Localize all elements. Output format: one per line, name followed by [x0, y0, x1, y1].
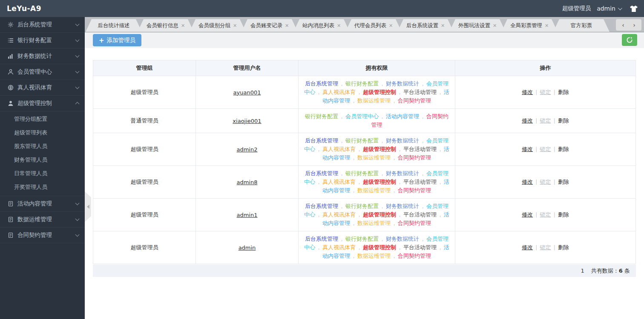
edit-link[interactable]: 修改 [522, 244, 533, 251]
username-link[interactable]: xiaojie001 [233, 118, 261, 124]
lock-link[interactable]: 锁定 [540, 89, 551, 95]
permission-label: 平台活动管理 [403, 146, 437, 152]
lock-link[interactable]: 锁定 [540, 211, 551, 218]
close-icon[interactable]: ✕ [441, 23, 445, 28]
permission-label: 会员管理中心 [345, 113, 379, 120]
tab-5[interactable]: 代理会员列表✕ [345, 19, 402, 32]
lock-link[interactable]: 锁定 [540, 244, 551, 251]
chevron-down-icon [75, 85, 80, 89]
table-row: 超级管理员admin8后台系统管理，银行财务配置，财务数据统计，会员管理中心，真… [93, 166, 636, 199]
permission-label: 财务数据统计 [386, 236, 419, 242]
comma-separator: ， [391, 253, 397, 259]
tab-4[interactable]: 站内消息列表✕ [293, 19, 350, 32]
edit-link[interactable]: 修改 [522, 89, 533, 95]
sidebar-item-label: 财务数据统计 [17, 52, 76, 60]
close-icon[interactable]: ✕ [285, 23, 289, 28]
sidebar-item-1[interactable]: 银行财务配置 [0, 33, 85, 48]
sidebar-item-3[interactable]: 会员管理中心 [0, 64, 85, 80]
username-link[interactable]: admin [239, 245, 256, 251]
sidebar-subitem-3[interactable]: 财务管理人员 [0, 153, 85, 167]
comma-separator: ， [351, 220, 356, 226]
edit-link[interactable]: 修改 [522, 179, 533, 185]
sidebar-subitem-5[interactable]: 开奖管理人员 [0, 180, 85, 194]
sidebar-item-5[interactable]: 超级管理控制 [0, 96, 85, 111]
theme-skin-button[interactable] [630, 5, 638, 12]
permission-label: 平台活动管理 [403, 179, 437, 185]
username-link[interactable]: ayuan001 [233, 89, 261, 96]
permission-label: 合同契约管理 [398, 97, 431, 104]
close-icon[interactable]: ✕ [181, 23, 185, 28]
sidebar-item-label: 真人视讯体育 [17, 84, 76, 91]
action-separator: | [535, 211, 537, 218]
lock-link[interactable]: 锁定 [540, 117, 551, 124]
close-icon[interactable]: ✕ [493, 23, 497, 28]
tab-6[interactable]: 后台系统设置✕ [397, 19, 454, 32]
tab-scroll-right-button[interactable]: › [630, 20, 639, 30]
permission-label: 合同契约管理 [398, 253, 431, 259]
lock-link[interactable]: 锁定 [540, 146, 551, 152]
close-icon[interactable]: ✕ [389, 23, 393, 28]
sidebar-item-6[interactable]: 活动内容管理 [0, 196, 85, 212]
comma-separator: ， [316, 89, 322, 95]
close-icon[interactable]: ✕ [233, 23, 237, 28]
sidebar-subitem-1[interactable]: 超级管理列表 [0, 126, 85, 140]
tab-1[interactable]: 会员银行信息✕ [138, 19, 194, 32]
comma-separator: ， [391, 97, 397, 104]
delete-link[interactable]: 删除 [558, 244, 569, 251]
username-link[interactable]: admin8 [236, 179, 257, 185]
permission-label: 银行财务配置 [305, 113, 338, 120]
sidebar-subitem-4[interactable]: 日常管理人员 [0, 167, 85, 180]
comma-separator: ， [351, 187, 356, 194]
permission-label: 真人视讯体育 [322, 146, 356, 152]
delete-link[interactable]: 删除 [558, 179, 569, 185]
add-admin-button-label: 添加管理员 [107, 37, 136, 44]
sidebar-subitem-0[interactable]: 管理分组配置 [0, 112, 85, 126]
cell-username: admin8 [196, 166, 299, 199]
lock-link[interactable]: 锁定 [540, 179, 551, 185]
tab-7[interactable]: 外围玩法设置✕ [449, 19, 506, 32]
edit-link[interactable]: 修改 [522, 117, 533, 124]
sidebar-subitem-2[interactable]: 股东管理人员 [0, 140, 85, 153]
delete-link[interactable]: 删除 [558, 89, 569, 95]
sidebar-item-0[interactable]: 后台系统管理 [0, 17, 85, 33]
tab-label: 后台统计描述 [98, 22, 130, 29]
page-number[interactable]: 1 [581, 268, 584, 274]
comma-separator: ， [339, 137, 345, 144]
cell-username: admin2 [196, 133, 299, 166]
close-icon[interactable]: ✕ [545, 23, 549, 28]
tab-9[interactable]: 官方彩票 [553, 19, 610, 32]
edit-link[interactable]: 修改 [522, 146, 533, 152]
table-row: 普通管理员xiaojie001银行财务配置，会员管理中心，活动内容管理，合同契约… [93, 109, 636, 133]
tab-3[interactable]: 会员账变记录✕ [242, 19, 298, 32]
username-link[interactable]: admin1 [236, 212, 257, 218]
delete-link[interactable]: 删除 [558, 211, 569, 218]
user-menu[interactable]: admin [597, 5, 621, 12]
add-admin-button[interactable]: + 添加管理员 [93, 34, 141, 46]
refresh-button[interactable] [622, 34, 637, 46]
sidebar-item-7[interactable]: 数据运维管理 [0, 212, 85, 228]
col-header-group: 管理组 [93, 60, 196, 76]
chevron-up-icon [75, 102, 80, 106]
comma-separator: ， [391, 187, 397, 194]
delete-link[interactable]: 删除 [558, 146, 569, 152]
permission-label: 超级管理控制 [363, 244, 396, 251]
edit-link[interactable]: 修改 [522, 211, 533, 218]
sidebar-item-2[interactable]: 财务数据统计 [0, 48, 85, 64]
tab-scroll-left-button[interactable]: ‹ [618, 20, 628, 30]
comma-separator: ， [391, 154, 397, 161]
username-link[interactable]: admin2 [236, 146, 257, 153]
sidebar-item-8[interactable]: 合同契约管理 [0, 228, 85, 243]
chevron-down-icon [618, 6, 622, 10]
toolbar: + 添加管理员 [85, 32, 644, 48]
sidebar-nav: 后台系统管理银行财务配置财务数据统计会员管理中心真人视讯体育超级管理控制管理分组… [0, 17, 85, 319]
tab-0[interactable]: 后台统计描述 [86, 19, 142, 32]
cell-group: 超级管理员 [93, 133, 196, 166]
tab-2[interactable]: 会员级别分组✕ [190, 19, 246, 32]
close-icon[interactable]: ✕ [337, 23, 341, 28]
sidebar-item-4[interactable]: 真人视讯体育 [0, 80, 85, 96]
cell-username: admin1 [196, 199, 299, 231]
delete-link[interactable]: 删除 [558, 117, 569, 124]
permission-label: 真人视讯体育 [322, 244, 356, 251]
tab-8[interactable]: 全局彩票管理✕ [501, 19, 558, 32]
col-header-username: 管理用户名 [196, 60, 299, 76]
